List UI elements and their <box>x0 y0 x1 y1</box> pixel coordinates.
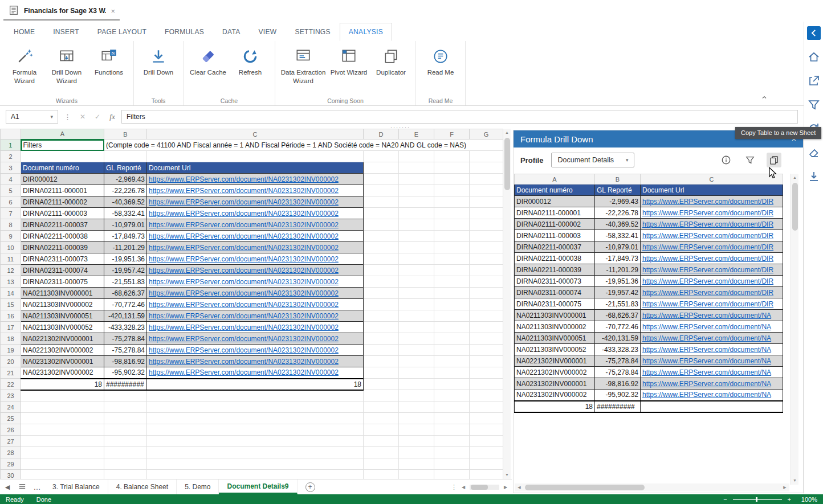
doc-numero-cell[interactable]: NA0211303INV000002 <box>515 321 595 333</box>
panel-column-header-a[interactable]: A <box>515 174 595 185</box>
doc-numero-cell[interactable]: NA0211303INV000001 <box>21 288 104 299</box>
row-header[interactable]: 24 <box>1 401 21 413</box>
row-header[interactable]: 28 <box>1 447 21 458</box>
column-header-g[interactable]: G <box>470 129 503 140</box>
grid-cell[interactable] <box>399 424 434 436</box>
grid-cell[interactable] <box>434 458 470 470</box>
ribbon-tab[interactable]: FORMULAS <box>156 23 213 41</box>
column-header-b[interactable]: B <box>104 129 147 140</box>
formula-wizard-button[interactable]: Formula Wizard <box>3 43 46 85</box>
grid-cell[interactable] <box>147 151 364 162</box>
grid-cell[interactable] <box>21 413 104 424</box>
grid-cell[interactable] <box>399 413 434 424</box>
drill-down-wizard-button[interactable]: Drill Down Wizard <box>46 43 88 85</box>
formula-bar-menu-icon[interactable]: ⋮ <box>62 113 74 121</box>
confirm-entry-icon[interactable]: ✓ <box>92 113 103 121</box>
download-icon[interactable] <box>806 169 821 184</box>
doc-numero-cell[interactable]: DIRNA02311-000074 <box>515 287 595 298</box>
gl-reporte-cell[interactable]: -68,626.37 <box>104 288 147 299</box>
scroll-down-icon[interactable]: ▼ <box>503 471 511 479</box>
panel-column-header-c[interactable]: C <box>641 174 783 185</box>
doc-numero-cell[interactable]: NA0231302INV000002 <box>515 390 595 401</box>
doc-numero-cell[interactable]: NA0231302INV000001 <box>515 378 595 390</box>
grid-cell[interactable] <box>364 162 399 174</box>
scroll-up-icon[interactable]: ▲ <box>791 174 798 182</box>
doc-numero-cell[interactable]: DIRNA02111-000002 <box>21 196 104 208</box>
grid-cell[interactable] <box>364 231 399 242</box>
gl-reporte-cell[interactable]: -19,951.36 <box>104 253 147 265</box>
grid-cell[interactable] <box>434 219 470 231</box>
doc-numero-cell[interactable]: DIRNA02311-000075 <box>21 276 104 288</box>
doc-numero-cell[interactable]: NA0211303INV000052 <box>21 322 104 333</box>
grid-cell[interactable] <box>470 174 503 185</box>
sheet-overflow-icon[interactable]: … <box>30 483 44 491</box>
doc-url-link[interactable]: https://www.ERPServer.com/document/NA023… <box>149 175 339 183</box>
grid-cell[interactable] <box>470 185 503 196</box>
grid-cell[interactable] <box>399 231 434 242</box>
gl-reporte-cell[interactable]: -420,131.59 <box>595 333 641 344</box>
row-header[interactable]: 16 <box>1 310 21 322</box>
doc-url-link[interactable]: https://www.ERPServer.com/document/NA <box>642 312 771 319</box>
gl-reporte-cell[interactable]: -10,979.01 <box>595 241 641 253</box>
pivot-wizard-button[interactable]: Pivot Wizard <box>328 43 370 77</box>
grid-cell[interactable] <box>147 436 364 447</box>
grid-cell[interactable] <box>364 470 399 480</box>
grid-cell[interactable] <box>364 413 399 424</box>
grid-cell[interactable] <box>434 379 470 390</box>
grid-cell[interactable] <box>147 458 364 470</box>
grid-cell[interactable] <box>364 367 399 379</box>
grid-cell[interactable] <box>399 458 434 470</box>
name-box-caret-icon[interactable]: ▾ <box>50 114 53 120</box>
doc-numero-cell[interactable]: DIRNA02211-000037 <box>21 219 104 231</box>
table-header-gl-reporte[interactable]: GL Reporté <box>104 162 147 174</box>
grid-cell[interactable] <box>434 470 470 480</box>
gl-reporte-cell[interactable]: -17,849.73 <box>595 253 641 264</box>
grid-cell[interactable] <box>399 242 434 253</box>
grid-cell[interactable] <box>470 276 503 288</box>
grid-cell[interactable] <box>434 345 470 356</box>
collapse-pane-button[interactable] <box>806 25 821 40</box>
doc-url-link[interactable]: https://www.ERPServer.com/document/NA023… <box>149 301 339 309</box>
profile-dropdown[interactable]: Document Details ▾ <box>551 153 634 167</box>
zoom-in-icon[interactable]: + <box>788 496 791 503</box>
ribbon-tab[interactable]: PAGE LAYOUT <box>88 23 156 41</box>
doc-url-link[interactable]: https://www.ERPServer.com/document/DIR <box>642 289 773 297</box>
doc-numero-cell[interactable]: DIRNA02311-000073 <box>515 276 595 287</box>
doc-numero-cell[interactable]: DIRNA02111-000003 <box>21 208 104 219</box>
scroll-left-icon[interactable]: ◀ <box>515 485 524 490</box>
gl-reporte-cell[interactable]: -75,278.84 <box>595 355 641 367</box>
scroll-up-icon[interactable]: ▲ <box>503 129 511 137</box>
grid-cell[interactable] <box>364 356 399 367</box>
grid-cell[interactable] <box>21 401 104 413</box>
row-header[interactable]: 9 <box>1 231 21 242</box>
grid-cell[interactable] <box>147 447 364 458</box>
gl-reporte-cell[interactable]: -58,332.41 <box>104 208 147 219</box>
grid-cell[interactable] <box>470 208 503 219</box>
grid-cell[interactable] <box>434 253 470 265</box>
grid-cell[interactable] <box>364 401 399 413</box>
grid-cell[interactable] <box>364 276 399 288</box>
grid-cell[interactable] <box>104 447 147 458</box>
grid-cell[interactable] <box>434 185 470 196</box>
sheet-tab[interactable]: Document Details9 <box>219 480 297 494</box>
grid-cell[interactable] <box>147 470 364 480</box>
grid-cell[interactable] <box>470 401 503 413</box>
grid-cell[interactable] <box>364 219 399 231</box>
grid-cell[interactable] <box>21 436 104 447</box>
grid-cell[interactable] <box>399 356 434 367</box>
grid-cell[interactable] <box>434 401 470 413</box>
functions-button[interactable]: fx Functions <box>88 43 130 77</box>
grid-cell[interactable] <box>104 390 147 401</box>
grid-cell[interactable] <box>434 231 470 242</box>
grid-cell[interactable] <box>470 196 503 208</box>
grid-cell[interactable] <box>399 470 434 480</box>
grid-cell[interactable] <box>470 242 503 253</box>
grid-cell[interactable] <box>399 367 434 379</box>
grid-cell[interactable] <box>399 436 434 447</box>
doc-url-link[interactable]: https://www.ERPServer.com/document/NA <box>642 357 771 365</box>
scrollbar-thumb[interactable] <box>504 138 510 190</box>
filter-expression-cell[interactable]: (Compte code = 41100 AND Fiscal année = … <box>104 140 503 151</box>
copy-table-icon[interactable] <box>767 153 781 167</box>
grid-cell[interactable] <box>399 299 434 310</box>
ribbon-tab[interactable]: SETTINGS <box>286 23 339 41</box>
